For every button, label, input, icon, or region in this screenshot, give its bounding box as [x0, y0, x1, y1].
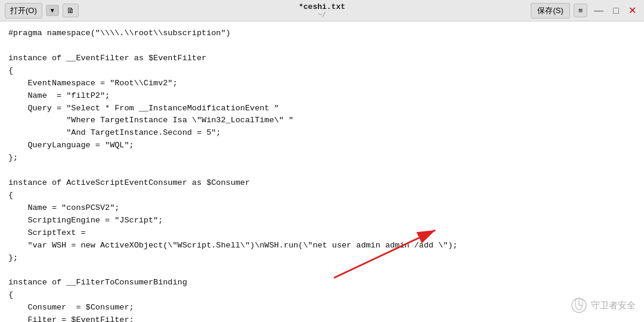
- titlebar-center: *ceshi.txt ~/: [299, 2, 345, 18]
- titlebar-right: 保存(S) ≡ — □ ✕: [531, 3, 639, 18]
- maximize-icon: □: [613, 5, 619, 16]
- close-icon: ✕: [628, 5, 636, 16]
- titlebar: 打开(O) ▼ 🗎 *ceshi.txt ~/ 保存(S) ≡ — □ ✕: [0, 0, 644, 21]
- titlebar-left: 打开(O) ▼ 🗎: [5, 3, 79, 18]
- save-button[interactable]: 保存(S): [531, 3, 569, 18]
- code-content: #pragma namespace("\\\\.\\root\\subscrip…: [8, 27, 636, 322]
- file-icon: 🗎: [67, 6, 75, 15]
- close-button[interactable]: ✕: [626, 4, 639, 17]
- open-dropdown-arrow[interactable]: ▼: [46, 5, 59, 16]
- window-path: ~/: [299, 11, 345, 18]
- watermark-icon: [571, 297, 587, 314]
- maximize-button[interactable]: □: [610, 4, 622, 17]
- minimize-button[interactable]: —: [591, 4, 606, 17]
- minimize-icon: —: [594, 5, 603, 16]
- watermark-text: 守卫者安全: [591, 300, 636, 311]
- editor-area[interactable]: #pragma namespace("\\\\.\\root\\subscrip…: [0, 21, 644, 322]
- open-button[interactable]: 打开(O): [5, 3, 42, 18]
- menu-button[interactable]: ≡: [574, 4, 588, 17]
- file-icon-button[interactable]: 🗎: [63, 4, 79, 17]
- watermark: 守卫者安全: [571, 297, 636, 314]
- window-title: *ceshi.txt: [299, 2, 345, 11]
- open-button-label: 打开(O): [10, 5, 37, 16]
